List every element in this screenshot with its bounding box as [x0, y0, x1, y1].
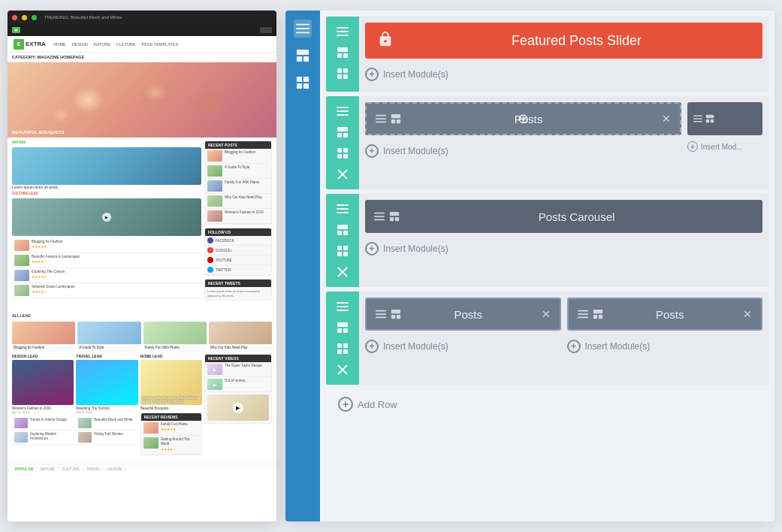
row-2-partial-insert[interactable]: + Insert Mod... [687, 141, 764, 152]
travel-posts-list: Beautiful Black and White Hiking Trail R… [76, 416, 137, 445]
svg-rect-83 [593, 310, 602, 313]
svg-rect-60 [390, 217, 394, 221]
tab-design[interactable]: DESIGN [104, 467, 125, 471]
posts-icons-row4-col1 [376, 309, 401, 319]
card-title-1: Blogging for Fashion [14, 346, 74, 349]
row-4-col1-insert[interactable]: + Insert Module(s) [365, 337, 561, 356]
recent-post-5: Women's Fashion in 2019 [205, 209, 271, 224]
design-label: DESIGN LEAD [12, 354, 74, 358]
posts-close-row4-col1[interactable]: ✕ [542, 308, 551, 320]
tab-nature[interactable]: NATURE [37, 467, 59, 471]
play-button[interactable]: ▶ [102, 213, 111, 222]
r4c2-layout-icon [593, 309, 603, 319]
wp-main-menu: E EXTRA HOME DESIGN NATURE CULTURE PAGE … [8, 36, 276, 53]
row-2-layout[interactable] [335, 125, 350, 140]
row-hamburger-icon [337, 26, 349, 38]
svg-rect-58 [374, 219, 385, 221]
row-2-insert-label: Insert Module(s) [383, 146, 448, 156]
row-3-delete[interactable] [335, 264, 350, 280]
menu-home[interactable]: HOME [53, 42, 66, 47]
tab-popular[interactable]: POPULAR [12, 467, 37, 471]
row3-layout-icon [337, 224, 349, 236]
rv-stars-2: ★★★★☆ [161, 447, 199, 452]
builder-panel: Featured Posts Slider + Insert Module(s) [285, 11, 774, 521]
partial-plus-icon: + [687, 141, 698, 152]
layout-tool[interactable] [294, 47, 312, 65]
card-body-3: Family Fun With Plants [143, 344, 207, 352]
featured-posts-module[interactable]: Featured Posts Slider [365, 23, 762, 59]
tp-text-2: Hiking Trail Review [94, 432, 122, 443]
home-feature-img: HOPE IS THE ONLY BEE THAT MAKES HONEY WI… [140, 360, 202, 405]
maximize-dot[interactable] [32, 15, 37, 20]
svg-rect-32 [376, 115, 386, 116]
rp-text-2: A Guide To Style [225, 165, 249, 177]
svg-rect-15 [343, 53, 348, 58]
svg-rect-22 [337, 114, 349, 116]
minimize-dot[interactable] [22, 15, 27, 20]
row-4-col-2: Posts ✕ + Insert Module(s) [567, 298, 763, 379]
add-row-button[interactable]: + Add Row [326, 389, 768, 419]
hamburger-tool[interactable] [294, 20, 312, 38]
svg-rect-39 [693, 118, 702, 119]
vid-play-2: ▶ [213, 382, 216, 387]
posts-module-row4-col1[interactable]: Posts ✕ [365, 298, 561, 331]
svg-rect-19 [343, 74, 348, 79]
row-4-col2-insert[interactable]: + Insert Module(s) [567, 337, 763, 356]
svg-rect-25 [343, 133, 348, 138]
row-2-insert-module[interactable]: + Insert Module(s) [365, 141, 681, 161]
video-play-main: ▶ [233, 403, 243, 413]
menu-pages[interactable]: PAGE TEMPLATES [142, 42, 179, 47]
row-4-delete[interactable] [335, 362, 350, 377]
social-twitter: TWITTER [205, 265, 271, 275]
category-label: CATEGORY: MAGAZINE HOMEPAGE [8, 53, 276, 62]
row-4-layout[interactable] [335, 320, 350, 335]
svg-rect-1 [296, 28, 309, 29]
logo-icon: E [14, 39, 24, 50]
row-3-insert-module[interactable]: + Insert Module(s) [365, 239, 762, 258]
google-label: GOOGLE+ [216, 249, 232, 252]
row-2-delete[interactable] [335, 167, 350, 182]
svg-rect-7 [303, 77, 309, 82]
tab-culture[interactable]: CULTURE [59, 467, 83, 471]
row-1-layout[interactable] [335, 45, 350, 60]
hamburger-icon [296, 22, 309, 35]
menu-culture[interactable]: CULTURE [116, 42, 136, 47]
grid-tool[interactable] [294, 74, 312, 92]
design-posts-list: Trends in Interior Design Exploring Mode… [12, 416, 74, 445]
posts-close-row4-col2[interactable]: ✕ [743, 308, 752, 320]
posts-carousel-module[interactable]: Posts Carousel [365, 200, 762, 233]
menu-design[interactable]: DESIGN [72, 42, 88, 47]
home-col: HOME LEAD HOPE IS THE ONLY BEE THAT MAKE… [140, 354, 202, 458]
post-item-3: Exploring The Canyon ★★★★★ [12, 268, 201, 283]
posts-close-row2[interactable]: ✕ [662, 113, 671, 125]
row-2-hamburger[interactable] [335, 104, 350, 119]
row-1-insert-label: Insert Module(s) [383, 69, 448, 80]
svg-rect-17 [343, 68, 348, 73]
row-4-grid[interactable] [335, 341, 350, 356]
tab-travel[interactable]: TRAVEL [83, 467, 104, 471]
window-chrome: TRENDING: Beautiful Block and White [8, 11, 276, 24]
post-thumb-3 [14, 270, 29, 281]
content-columns: NATURE ‹ › Lorem ipsum dolor sit amet...… [12, 141, 272, 304]
recent-post-1: Blogging for Fashion [205, 149, 271, 164]
close-dot[interactable] [12, 15, 17, 20]
design-travel-row: DESIGN LEAD Women's Fashion in 2019 Apr … [12, 354, 272, 458]
nav-arrows: ‹ › [198, 141, 201, 145]
posts-title-row4-col1: Posts [401, 308, 536, 321]
posts-module-row4-col2[interactable]: Posts ✕ [567, 298, 763, 331]
row-3-grid[interactable] [335, 243, 350, 258]
design-feature-img [12, 360, 74, 405]
row-1-grid[interactable] [335, 66, 350, 81]
row-2-grid[interactable] [335, 146, 350, 161]
menu-nature[interactable]: NATURE [94, 42, 110, 47]
page-content: NATURE ‹ › Lorem ipsum dolor sit amet...… [8, 138, 276, 464]
row-4-hamburger[interactable] [335, 299, 350, 314]
row-3-hamburger[interactable] [335, 201, 350, 216]
partial-layout-icon [705, 114, 714, 123]
posts-module-row2[interactable]: Posts ✕ ⊕ [365, 102, 681, 135]
svg-rect-45 [337, 208, 349, 210]
row-1-hamburger[interactable] [335, 24, 350, 39]
row-3-layout[interactable] [335, 222, 350, 237]
row-1-insert-module[interactable]: + Insert Module(s) [365, 65, 762, 84]
nature-post-title: Lorem ipsum dolor sit amet... [12, 185, 201, 189]
